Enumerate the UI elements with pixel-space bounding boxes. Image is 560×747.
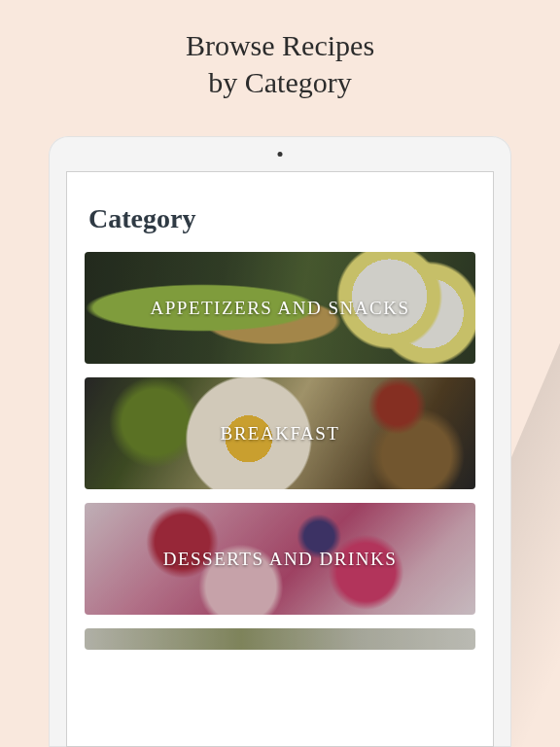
device-frame: Category APPETIZERS AND SNACKS BREAKFAST — [49, 136, 511, 747]
promo-title-line2: by Category — [208, 66, 351, 98]
category-label: DESSERTS AND DRINKS — [156, 549, 405, 570]
category-card-breakfast[interactable]: BREAKFAST — [85, 377, 475, 489]
category-list: APPETIZERS AND SNACKS BREAKFAST DESSERTS… — [85, 252, 475, 650]
promo-title: Browse Recipes by Category — [0, 0, 560, 120]
category-card-desserts[interactable]: DESSERTS AND DRINKS — [85, 503, 475, 615]
category-label: APPETIZERS AND SNACKS — [143, 298, 418, 319]
tablet-device: Category APPETIZERS AND SNACKS BREAKFAST — [49, 136, 511, 747]
app-screen: Category APPETIZERS AND SNACKS BREAKFAST — [66, 171, 494, 747]
promo-title-line1: Browse Recipes — [186, 29, 374, 61]
page-title: Category — [85, 203, 475, 234]
category-label: BREAKFAST — [213, 423, 348, 445]
category-card-next[interactable] — [85, 628, 475, 650]
category-card-appetizers[interactable]: APPETIZERS AND SNACKS — [85, 252, 475, 364]
image-overlay — [85, 628, 475, 650]
camera-icon — [278, 152, 283, 157]
